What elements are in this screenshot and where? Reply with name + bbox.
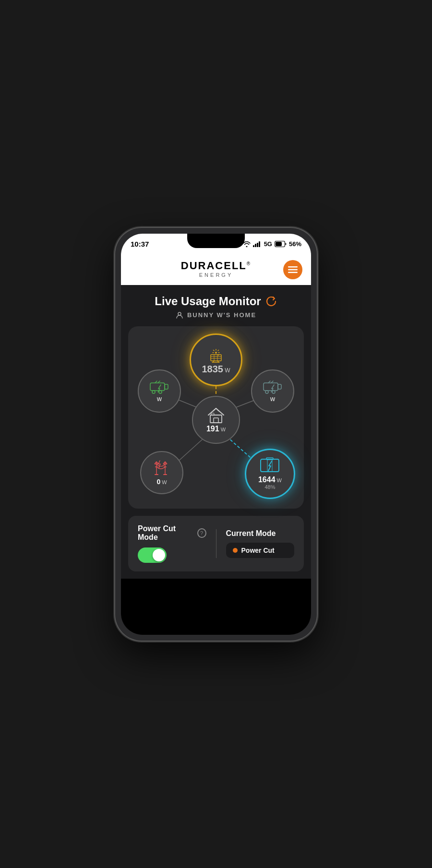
svg-line-22	[214, 350, 215, 351]
grid-node[interactable]: 0 W	[140, 451, 183, 494]
svg-point-38	[265, 391, 268, 393]
hamburger-icon	[288, 265, 298, 274]
page-title: Live Usage Monitor	[155, 295, 261, 308]
battery-value: 1644 W	[258, 476, 282, 484]
ev-left-value: W	[157, 395, 162, 403]
svg-rect-41	[214, 418, 218, 423]
app-logo: DURACELL® ENERGY	[181, 260, 251, 278]
solar-node[interactable]: 1835 W	[190, 333, 242, 386]
power-cut-toggle[interactable]	[138, 547, 167, 563]
grid-icon	[152, 459, 172, 477]
grid-value: 0 W	[156, 478, 167, 486]
page-title-row: Live Usage Monitor	[128, 295, 304, 308]
bottom-panel: Power Cut Mode ? Current Mode Power Cut	[128, 516, 304, 571]
battery-label: 56%	[289, 240, 301, 248]
svg-rect-1	[255, 244, 256, 247]
mode-text: Power Cut	[241, 547, 275, 554]
phone-screen: 10:37 5G	[121, 234, 311, 635]
ev-right-node[interactable]: W	[251, 369, 294, 413]
svg-rect-36	[264, 383, 278, 391]
signal-icon	[253, 241, 262, 247]
svg-line-19	[218, 350, 219, 351]
home-node[interactable]: 191 W	[192, 396, 240, 444]
solar-value: 1835 W	[202, 364, 230, 375]
current-mode-label: Current Mode	[226, 529, 295, 538]
notch	[187, 234, 245, 248]
svg-rect-5	[276, 242, 282, 246]
current-mode-section: Current Mode Power Cut	[226, 529, 295, 558]
home-label: BUNNY W'S HOME	[187, 311, 256, 319]
refresh-icon[interactable]	[265, 295, 277, 308]
svg-rect-0	[253, 245, 254, 247]
status-time: 10:37	[131, 240, 149, 248]
brand-sub: ENERGY	[181, 272, 251, 278]
svg-point-9	[178, 312, 181, 315]
svg-rect-8	[288, 272, 298, 273]
svg-rect-37	[278, 384, 281, 389]
home-value: 191 W	[206, 425, 226, 433]
energy-diagram: 1835 W W	[128, 326, 304, 509]
svg-rect-33	[165, 384, 168, 389]
help-icon[interactable]: ?	[197, 528, 206, 538]
user-icon	[176, 311, 183, 319]
main-content: Live Usage Monitor BUNNY W'S HOME	[121, 285, 311, 579]
mode-badge: Power Cut	[226, 543, 295, 558]
mode-dot	[233, 548, 238, 553]
svg-point-34	[152, 391, 155, 393]
brand-name: DURACELL®	[181, 260, 251, 272]
ev-right-icon	[263, 379, 283, 394]
home-label-row: BUNNY W'S HOME	[128, 311, 304, 319]
battery-storage-icon	[260, 457, 281, 475]
solar-icon	[207, 345, 225, 363]
battery-percent: 48%	[264, 484, 275, 490]
svg-rect-40	[210, 415, 222, 423]
power-cut-label: Power Cut Mode	[138, 524, 193, 542]
ev-right-value: W	[270, 395, 275, 403]
svg-rect-3	[259, 241, 260, 247]
battery-node[interactable]: 1644 W 48%	[245, 449, 295, 499]
svg-rect-32	[150, 383, 165, 391]
panel-divider	[216, 529, 216, 558]
svg-rect-24	[211, 355, 221, 361]
svg-rect-6	[288, 266, 298, 268]
ev-left-node[interactable]: W	[138, 369, 181, 413]
toggle-knob	[153, 549, 165, 561]
phone-frame: 10:37 5G	[115, 228, 317, 641]
status-bar: 10:37 5G	[121, 234, 311, 255]
status-icons: 5G 56%	[243, 240, 301, 248]
ev-left-icon	[149, 379, 169, 394]
svg-rect-2	[257, 243, 258, 247]
app-header: DURACELL® ENERGY	[121, 255, 311, 285]
home-icon	[206, 406, 226, 424]
svg-point-39	[272, 391, 275, 393]
power-cut-section: Power Cut Mode ?	[138, 524, 206, 563]
network-label: 5G	[264, 240, 272, 248]
svg-point-17	[215, 352, 217, 354]
svg-rect-7	[288, 269, 298, 271]
menu-button[interactable]	[283, 260, 302, 279]
battery-icon	[275, 241, 287, 247]
power-cut-label-row: Power Cut Mode ?	[138, 524, 206, 542]
svg-point-35	[159, 391, 162, 393]
